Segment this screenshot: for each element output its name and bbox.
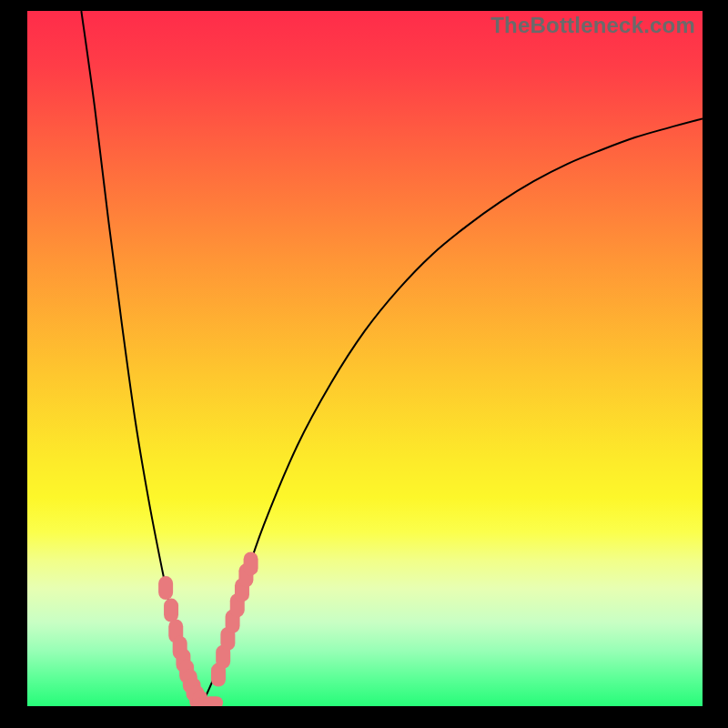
curve-right-branch [203,118,703,703]
watermark-text: TheBottleneck.com [490,13,695,38]
data-marker [203,696,223,706]
curve-left-branch [81,11,203,703]
data-marker [244,551,258,575]
curve-group [81,11,703,703]
marker-group [158,551,258,706]
data-marker [158,576,173,600]
chart-panel [27,11,703,706]
bottleneck-curve-plot [27,11,703,706]
data-marker [164,599,178,622]
